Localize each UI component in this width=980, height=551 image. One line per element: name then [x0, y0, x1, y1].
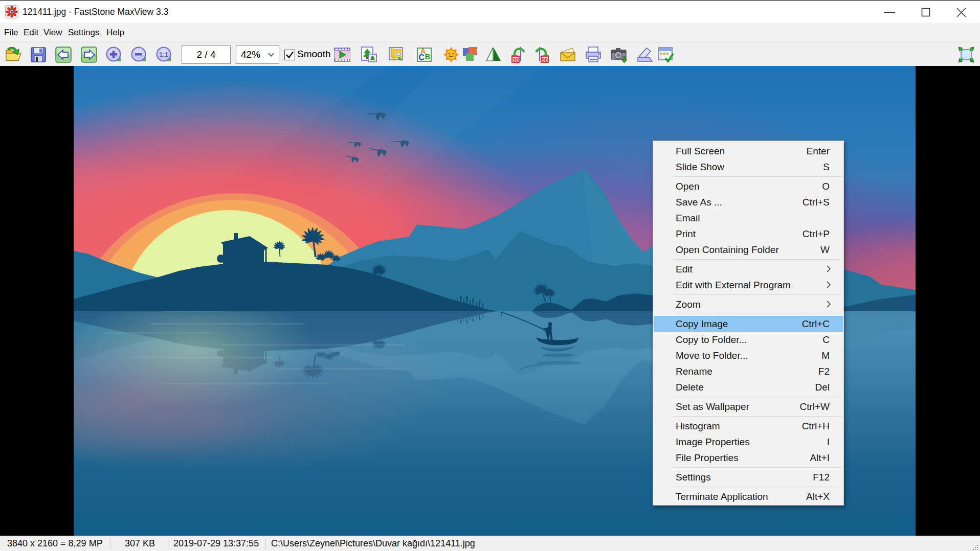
svg-text:90: 90	[513, 57, 519, 63]
svg-text:90: 90	[542, 57, 548, 63]
svg-text:C: C	[418, 53, 425, 62]
svg-text:B: B	[425, 52, 431, 61]
svg-text:1:1: 1:1	[159, 51, 168, 58]
